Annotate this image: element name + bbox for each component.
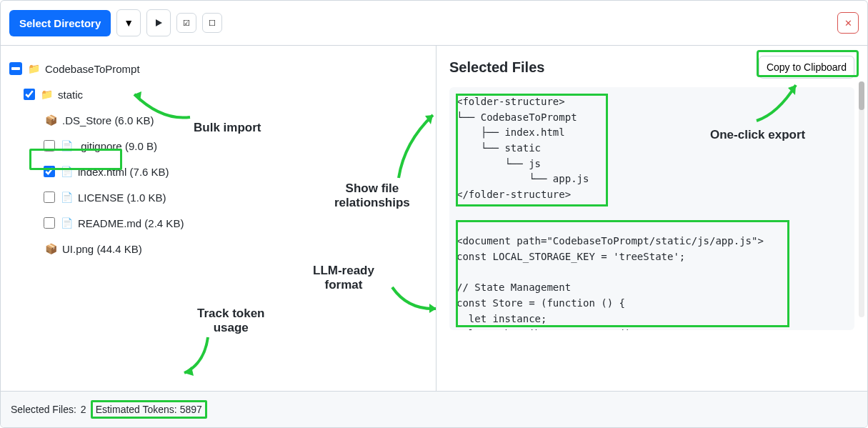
selected-files-count: 2 — [81, 404, 86, 415]
tree-item-license[interactable]: 📄 LICENSE (1.0 KB) — [9, 184, 427, 210]
svg-marker-4 — [429, 304, 437, 313]
selected-files-pane: Selected Files Copy to Clipboard <folder… — [437, 46, 867, 391]
item-label: README.md (2.4 KB) — [78, 217, 184, 229]
checkbox-indexhtml[interactable] — [44, 166, 55, 177]
tree-item-static[interactable]: 📁 static — [9, 81, 427, 107]
root-checkbox-indeterminate[interactable] — [9, 62, 22, 75]
item-label: UI.png (44.4 KB) — [62, 243, 142, 255]
annotation-track-token: Track tokenusage — [197, 307, 265, 336]
scrollbar-thumb[interactable] — [859, 81, 864, 110]
item-label: static — [58, 89, 83, 101]
status-bar: Selected Files: 2 Estimated Tokens: 5897 — [1, 391, 867, 427]
selected-files-title: Selected Files — [449, 59, 544, 76]
checkbox-static[interactable] — [24, 89, 35, 100]
item-label: .DS_Store (6.0 KB) — [62, 114, 154, 126]
tree-item-gitignore[interactable]: 📄 .gitignore (9.0 B) — [9, 133, 427, 159]
toolbar: Select Directory ▼ ☑ ☐ ✕ — [1, 1, 867, 46]
checkbox-readme[interactable] — [44, 217, 55, 229]
select-directory-button[interactable]: Select Directory — [9, 10, 111, 36]
file-icon: 📄 — [59, 165, 74, 178]
copy-to-clipboard-button[interactable]: Copy to Clipboard — [759, 56, 854, 79]
svg-marker-0 — [156, 19, 162, 26]
package-icon: 📦 — [44, 114, 58, 126]
tree-item-uipng[interactable]: 📦 UI.png (44.4 KB) — [9, 236, 427, 262]
file-icon: 📄 — [59, 191, 74, 204]
item-label: LICENSE (1.0 KB) — [78, 191, 166, 204]
arrow-llm — [386, 282, 437, 317]
estimated-tokens: Estimated Tokens: 5897 — [91, 400, 207, 419]
tree-item-indexhtml[interactable]: 📄 index.html (7.6 KB) — [9, 159, 427, 184]
arrow-track-token — [176, 332, 219, 382]
collapse-button[interactable]: ▼ — [116, 9, 141, 36]
svg-marker-2 — [184, 367, 194, 376]
package-icon: 📦 — [44, 242, 58, 255]
checkbox-license[interactable] — [44, 191, 55, 203]
deselect-all-button[interactable]: ☐ — [202, 13, 222, 33]
file-tree-pane: 📁 CodebaseToPrompt 📁 static 📦 .DS_Store … — [1, 46, 437, 391]
code-output[interactable]: <folder-structure> └── CodebaseToPrompt … — [449, 87, 854, 330]
annotation-llm: LLM-readyformat — [313, 264, 374, 293]
item-label: .gitignore (9.0 B) — [78, 140, 157, 152]
tree-item-readme[interactable]: 📄 README.md (2.4 KB) — [9, 210, 427, 236]
play-icon — [154, 19, 163, 27]
expand-button[interactable] — [146, 9, 171, 36]
folder-icon: 📁 — [39, 88, 54, 101]
clear-button[interactable]: ✕ — [837, 12, 859, 34]
checkbox-gitignore[interactable] — [44, 140, 55, 151]
tree-root[interactable]: 📁 CodebaseToPrompt — [9, 56, 427, 81]
file-icon: 📄 — [59, 139, 74, 152]
folder-icon: 📁 — [26, 62, 41, 75]
root-label: CodebaseToPrompt — [45, 63, 140, 75]
tree-item-dsstore[interactable]: 📦 .DS_Store (6.0 KB) — [9, 107, 427, 133]
selected-files-label: Selected Files: — [11, 404, 76, 415]
item-label: index.html (7.6 KB) — [78, 166, 169, 178]
scrollbar-track — [859, 81, 864, 317]
select-all-button[interactable]: ☑ — [176, 13, 196, 33]
file-icon: 📄 — [59, 217, 74, 229]
